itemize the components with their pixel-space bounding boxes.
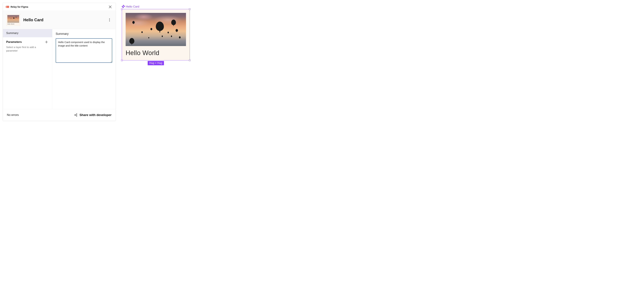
component-left: Hello World Hello Card bbox=[6, 14, 44, 26]
component-thumbnail: Hello World bbox=[6, 14, 20, 26]
main-content: Summary bbox=[52, 29, 116, 109]
add-parameter-button[interactable] bbox=[44, 40, 49, 44]
resize-handle-bottom-right[interactable] bbox=[189, 60, 190, 61]
parameters-section: Parameters Select a layer first to add a… bbox=[3, 37, 52, 55]
share-label: Share with developer bbox=[80, 113, 112, 117]
tab-summary[interactable]: Summary bbox=[3, 29, 52, 37]
resize-handle-bottom-left[interactable] bbox=[121, 60, 122, 61]
component-label[interactable]: Hello Card bbox=[122, 5, 190, 8]
figma-canvas-preview: Hello Card Hello World Hug × bbox=[122, 5, 190, 60]
summary-input[interactable] bbox=[56, 38, 112, 63]
sidebar: Summary Parameters Select a layer first … bbox=[3, 29, 52, 109]
panel-header: Relay for Figma bbox=[3, 3, 116, 11]
share-with-developer-button[interactable]: Share with developer bbox=[74, 113, 112, 117]
card-image bbox=[126, 13, 186, 46]
status-text: No errors bbox=[7, 113, 19, 117]
svg-point-0 bbox=[75, 115, 75, 115]
relay-plugin-panel: Relay for Figma Hello World Hello Card S… bbox=[3, 3, 116, 121]
close-button[interactable] bbox=[108, 4, 113, 9]
component-name: Hello Card bbox=[23, 17, 44, 22]
relay-logo-icon bbox=[6, 5, 9, 8]
close-icon bbox=[109, 5, 112, 8]
panel-header-left: Relay for Figma bbox=[6, 5, 28, 8]
share-icon bbox=[74, 113, 78, 117]
panel-body: Summary Parameters Select a layer first … bbox=[3, 29, 116, 109]
component-icon bbox=[122, 5, 126, 9]
hello-card: Hello World bbox=[122, 9, 190, 60]
thumbnail-caption: Hello World bbox=[8, 23, 19, 25]
panel-footer: No errors Share with developer bbox=[3, 109, 116, 121]
vertical-dots-icon bbox=[109, 18, 110, 21]
svg-point-2 bbox=[76, 116, 77, 116]
card-title: Hello World bbox=[126, 49, 186, 57]
resize-handle-top-left[interactable] bbox=[121, 8, 122, 10]
parameters-title: Parameters bbox=[6, 40, 22, 44]
plus-icon bbox=[45, 40, 48, 43]
component-label-text: Hello Card bbox=[126, 5, 139, 8]
size-badge: Hug × Hug bbox=[148, 61, 164, 65]
section-heading: Summary bbox=[56, 32, 112, 36]
selection-box[interactable]: Hello World Hug × Hug bbox=[122, 9, 190, 60]
more-menu-button[interactable] bbox=[107, 17, 112, 23]
parameters-header: Parameters bbox=[6, 40, 49, 44]
plugin-title: Relay for Figma bbox=[10, 5, 28, 8]
svg-point-1 bbox=[76, 114, 77, 114]
component-row: Hello World Hello Card bbox=[3, 11, 116, 29]
parameters-hint: Select a layer first to add a parameter bbox=[6, 45, 40, 52]
resize-handle-top-right[interactable] bbox=[189, 8, 190, 10]
thumbnail-image bbox=[8, 15, 19, 23]
